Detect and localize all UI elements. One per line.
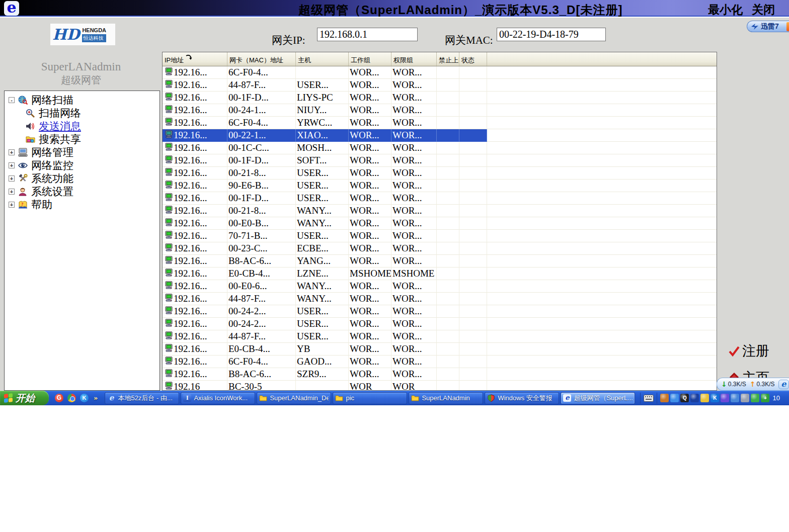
cell-forbidden[interactable] [437, 104, 459, 117]
cell-status[interactable] [459, 167, 487, 180]
input-method-section[interactable] [640, 393, 657, 404]
cell-forbidden[interactable] [437, 167, 459, 180]
cell-status[interactable] [459, 142, 487, 154]
tray-volume-icon[interactable] [741, 394, 749, 402]
table-row[interactable]: 192.16...00-22-1...XIAO...WOR...WOR... [163, 129, 717, 142]
cell-mac[interactable]: 00-22-1... [227, 129, 296, 142]
cell-forbidden[interactable] [437, 293, 459, 305]
table-row[interactable]: 192.16...00-24-1...NIUY...WOR...WOR... [163, 104, 717, 117]
cell-workgroup[interactable]: WOR... [349, 154, 391, 167]
cell-permgroup[interactable]: WOR... [391, 368, 437, 381]
table-row[interactable]: 192.16...E0-CB-4...YBWOR...WOR... [163, 343, 717, 356]
cell-ip[interactable]: 192.16... [163, 205, 227, 217]
cell-status[interactable] [459, 230, 487, 242]
cell-host[interactable]: MOSH... [296, 142, 349, 154]
cell-host[interactable]: XIAO... [296, 129, 349, 142]
tree-item-网络监控[interactable]: +网络监控 [5, 159, 160, 172]
tray-kugou-icon[interactable]: K [711, 394, 719, 402]
cell-mac[interactable]: 00-1F-D... [227, 154, 296, 167]
tree-expander[interactable]: + [9, 149, 15, 155]
tray-network-icon[interactable] [731, 394, 739, 402]
cell-permgroup[interactable]: WOR... [391, 255, 437, 268]
quick-launch-overflow-chevron[interactable]: » [94, 394, 98, 402]
cell-workgroup[interactable]: WOR... [349, 192, 391, 205]
cell-permgroup[interactable]: WOR... [391, 280, 437, 293]
cell-host[interactable]: YRWC... [296, 117, 349, 129]
cell-permgroup[interactable]: WOR... [391, 154, 437, 167]
cell-workgroup[interactable]: WOR... [349, 217, 391, 230]
cell-host[interactable]: USER... [296, 192, 349, 205]
speedbar-ie-button[interactable]: e [778, 380, 789, 389]
cell-mac[interactable]: E0-CB-4... [227, 343, 296, 356]
tree-item-网络扫描[interactable]: -网络扫描 [5, 94, 160, 107]
cell-ip[interactable]: 192.16... [163, 318, 227, 330]
cell-status[interactable] [459, 343, 487, 356]
table-row[interactable]: 192.16...00-1F-D...SOFT...WOR...WOR... [163, 154, 717, 167]
cell-status[interactable] [459, 154, 487, 167]
cell-mac[interactable]: 00-24-2... [227, 318, 296, 330]
cell-permgroup[interactable]: WOR... [391, 79, 437, 92]
cell-status[interactable] [459, 129, 487, 142]
cell-ip[interactable]: 192.16... [163, 343, 227, 356]
cell-permgroup[interactable]: WOR... [391, 305, 437, 318]
cell-mac[interactable]: 6C-F0-4... [227, 66, 296, 79]
cell-status[interactable] [459, 205, 487, 217]
cell-forbidden[interactable] [437, 117, 459, 129]
cell-status[interactable] [459, 318, 487, 330]
column-header-权限组[interactable]: 权限组 [391, 52, 437, 66]
cell-mac[interactable]: E0-CB-4... [227, 268, 296, 280]
cell-forbidden[interactable] [437, 66, 459, 79]
cell-forbidden[interactable] [437, 381, 459, 391]
cell-status[interactable] [459, 180, 487, 192]
cell-permgroup[interactable]: WOR... [391, 117, 437, 129]
cell-ip[interactable]: 192.16... [163, 268, 227, 280]
gateway-mac-input[interactable] [497, 28, 606, 41]
cell-workgroup[interactable]: WOR... [349, 167, 391, 180]
cell-mac[interactable]: 44-87-F... [227, 79, 296, 92]
cell-host[interactable]: USER... [296, 79, 349, 92]
cell-ip[interactable]: 192.16... [163, 280, 227, 293]
cell-mac[interactable]: 00-24-1... [227, 104, 296, 117]
close-button[interactable]: 关闭 [752, 2, 775, 18]
cell-mac[interactable]: 6C-F0-4... [227, 117, 296, 129]
start-button[interactable]: 开始 [0, 391, 49, 405]
cell-ip[interactable]: 192.16... [163, 129, 227, 142]
cell-workgroup[interactable]: WOR... [349, 205, 391, 217]
cell-status[interactable] [459, 79, 487, 92]
cell-ip[interactable]: 192.16... [163, 305, 227, 318]
download-speed-bar[interactable]: ↓ 0.3K/S ↑ 0.3K/S e [717, 378, 789, 391]
cell-ip[interactable]: 192.16... [163, 217, 227, 230]
cell-ip[interactable]: 192.16... [163, 242, 227, 255]
tree-item-发送消息[interactable]: 发送消息 [5, 120, 160, 133]
cell-ip[interactable]: 192.16... [163, 117, 227, 129]
cell-mac[interactable]: 00-1F-D... [227, 192, 296, 205]
cell-ip[interactable]: 192.16... [163, 330, 227, 343]
cell-mac[interactable]: 00-E0-B... [227, 217, 296, 230]
cell-permgroup[interactable]: WOR... [391, 167, 437, 180]
cell-status[interactable] [459, 293, 487, 305]
cell-forbidden[interactable] [437, 205, 459, 217]
cell-workgroup[interactable]: WOR... [349, 343, 391, 356]
cell-mac[interactable]: B8-AC-6... [227, 255, 296, 268]
tree-item-label[interactable]: 搜索共享 [39, 132, 81, 146]
cell-ip[interactable]: 192.16... [163, 167, 227, 180]
cell-workgroup[interactable]: WOR... [349, 305, 391, 318]
cell-permgroup[interactable]: WOR... [391, 293, 437, 305]
cell-forbidden[interactable] [437, 356, 459, 368]
cell-workgroup[interactable]: WOR... [349, 117, 391, 129]
tree-item-label[interactable]: 网络管理 [31, 145, 73, 159]
column-header-状态[interactable]: 状态 [459, 52, 487, 66]
cell-status[interactable] [459, 268, 487, 280]
cell-mac[interactable]: 6C-F0-4... [227, 356, 296, 368]
cell-status[interactable] [459, 117, 487, 129]
cell-permgroup[interactable]: WOR... [391, 66, 437, 79]
cell-host[interactable]: USER... [296, 167, 349, 180]
cell-forbidden[interactable] [437, 280, 459, 293]
cell-workgroup[interactable]: MSHOME [349, 268, 391, 280]
taskbar-button-SuperLANadmin_Demo[interactable]: SuperLANadmin_Demo [257, 392, 331, 404]
cell-forbidden[interactable] [437, 242, 459, 255]
tray-wangwang-icon[interactable] [670, 394, 679, 402]
column-header-网卡（MAC）地址[interactable]: 网卡（MAC）地址 [227, 52, 296, 66]
cell-permgroup[interactable]: WOR... [391, 343, 437, 356]
tree-item-扫描网络[interactable]: 扫描网络 [5, 107, 160, 120]
